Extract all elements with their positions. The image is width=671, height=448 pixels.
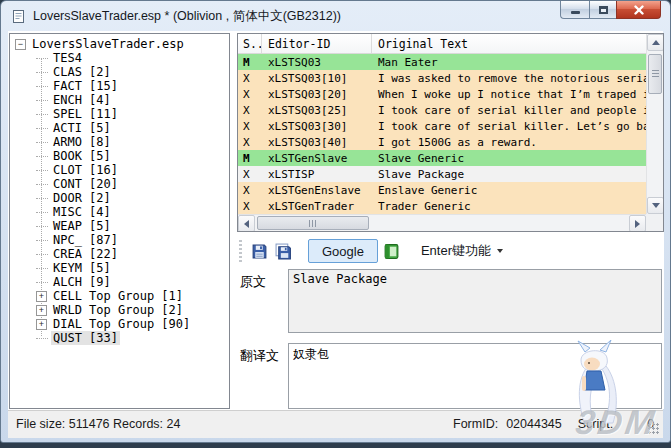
cell-status: X — [238, 104, 262, 117]
tree-item[interactable]: ENCH [4] — [10, 93, 229, 107]
record-tree[interactable]: −LoversSlaveTrader.espTES4CLAS [2]FACT [… — [9, 33, 230, 409]
record-grid[interactable]: S.. Editor-ID Original Text MxLSTSQ03Man… — [237, 33, 664, 232]
collapse-icon[interactable]: − — [15, 39, 26, 50]
resize-grip[interactable] — [648, 423, 660, 435]
grid-header[interactable]: S.. Editor-ID Original Text — [238, 34, 646, 54]
tree-item-label: WRLD Top Group [2] — [51, 303, 185, 317]
maximize-icon — [599, 6, 608, 14]
table-row[interactable]: XxLSTSQ03[40]I got 1500G as a reward. — [238, 134, 646, 150]
cell-original-text: When I woke up I notice that I’m traped … — [372, 88, 646, 101]
expand-icon[interactable]: + — [36, 305, 47, 316]
scrollbar-corner — [646, 214, 663, 231]
tree-item[interactable]: QUST [33] — [10, 331, 229, 345]
table-row[interactable]: XxLSTISPSlave Package — [238, 166, 646, 182]
arrow-up-icon — [652, 40, 660, 45]
tree-item[interactable]: ACTI [5] — [10, 121, 229, 135]
tree-item-label: WEAP [5] — [51, 219, 113, 233]
table-row[interactable]: XxLSTSQ03[25]I took care of serial kille… — [238, 102, 646, 118]
table-row[interactable]: XxLSTGenEnslaveEnslave Generic — [238, 182, 646, 198]
expand-icon[interactable]: + — [36, 291, 47, 302]
tree-item-label: ALCH [9] — [51, 275, 113, 289]
scroll-down-button[interactable] — [647, 197, 664, 214]
tree-item[interactable]: CONT [20] — [10, 177, 229, 191]
vertical-scroll-thumb[interactable] — [648, 54, 662, 94]
cell-editor-id: xLSTGenSlave — [262, 152, 372, 165]
cell-status: X — [238, 168, 262, 181]
scroll-left-button[interactable] — [238, 215, 255, 232]
tree-connector-icon — [36, 226, 48, 227]
tree-item[interactable]: ALCH [9] — [10, 275, 229, 289]
titlebar[interactable]: LoversSlaveTrader.esp * (Oblivion , 简体中文… — [1, 1, 670, 31]
target-text-field[interactable]: 奴隶包 — [288, 343, 662, 409]
column-header-original-text[interactable]: Original Text — [372, 34, 646, 53]
tree-item[interactable]: MISC [4] — [10, 205, 229, 219]
table-row[interactable]: XxLSTSQ03[30]I took care of serial kille… — [238, 118, 646, 134]
formid-status: FormID:02044345Script:0 — [453, 417, 654, 431]
tree-item[interactable]: +DIAL Top Group [90] — [10, 317, 229, 331]
table-row[interactable]: XxLSTSQ03[20]When I woke up I notice tha… — [238, 86, 646, 102]
vertical-scrollbar[interactable] — [646, 34, 663, 214]
tree-item[interactable]: CREA [22] — [10, 247, 229, 261]
tree-connector-icon — [36, 86, 48, 87]
cell-original-text: I took care of serial killer and people … — [372, 104, 646, 117]
tree-item-label: DOOR [2] — [51, 191, 113, 205]
tree-item[interactable]: ARMO [8] — [10, 135, 229, 149]
tree-item-label: BOOK [5] — [51, 149, 113, 163]
table-row[interactable]: XxLSTGenTraderTrader Generic — [238, 198, 646, 214]
expand-icon[interactable]: + — [36, 319, 47, 330]
enter-key-function-menu[interactable]: Enter键功能 — [415, 240, 509, 262]
table-row[interactable]: MxLSTGenSlaveSlave Generic — [238, 150, 646, 166]
tree-item-label: CLAS [2] — [51, 65, 113, 79]
tree-item-label: CONT [20] — [51, 177, 120, 191]
close-button[interactable] — [616, 1, 661, 19]
scroll-right-button[interactable] — [629, 215, 646, 232]
column-header-editor-id[interactable]: Editor-ID — [262, 34, 372, 53]
save-all-button[interactable] — [271, 239, 295, 263]
minimize-icon — [571, 11, 580, 14]
client-area: −LoversSlaveTrader.espTES4CLAS [2]FACT [… — [8, 31, 663, 410]
toolbar: Google Enter键功能 — [237, 236, 664, 266]
tree-item[interactable]: SPEL [11] — [10, 107, 229, 121]
horizontal-scroll-thumb[interactable] — [257, 216, 369, 230]
tree-item[interactable]: BOOK [5] — [10, 149, 229, 163]
google-translate-button[interactable]: Google — [308, 239, 378, 263]
arrow-right-icon — [635, 220, 640, 228]
tree-item[interactable]: +WRLD Top Group [2] — [10, 303, 229, 317]
tree-item[interactable]: NPC_ [87] — [10, 233, 229, 247]
cell-editor-id: xLSTGenTrader — [262, 200, 372, 213]
table-row[interactable]: XxLSTSQ03[10]I was asked to remove the n… — [238, 70, 646, 86]
cell-editor-id: xLSTSQ03[40] — [262, 136, 372, 149]
save-button[interactable] — [247, 239, 271, 263]
source-text-label: 原文 — [240, 273, 286, 291]
dictionary-button[interactable] — [380, 239, 404, 263]
maximize-button[interactable] — [589, 1, 616, 19]
column-header-status[interactable]: S.. — [238, 34, 262, 53]
tree-item[interactable]: DOOR [2] — [10, 191, 229, 205]
save-all-icon — [275, 243, 292, 260]
table-row[interactable]: MxLSTSQ03Man Eater — [238, 54, 646, 70]
tree-item[interactable]: +CELL Top Group [1] — [10, 289, 229, 303]
tree-item-label: DIAL Top Group [90] — [51, 317, 192, 331]
cell-status: M — [238, 152, 262, 165]
app-window: LoversSlaveTrader.esp * (Oblivion , 简体中文… — [0, 0, 671, 443]
tree-item[interactable]: WEAP [5] — [10, 219, 229, 233]
tree-item[interactable]: TES4 — [10, 51, 229, 65]
toolbar-grip[interactable] — [239, 240, 242, 262]
tree-item[interactable]: FACT [15] — [10, 79, 229, 93]
formid-value: 02044345 — [506, 417, 562, 431]
scroll-up-button[interactable] — [647, 34, 664, 51]
tree-item[interactable]: KEYM [5] — [10, 261, 229, 275]
cell-original-text: I took care of serial killer. Let’s go b… — [372, 120, 646, 133]
file-size-records-status: File size: 511476 Records: 24 — [16, 417, 180, 431]
tree-item[interactable]: −LoversSlaveTrader.esp — [10, 37, 229, 51]
horizontal-scrollbar[interactable] — [238, 214, 646, 231]
tree-connector-icon — [36, 142, 48, 143]
chevron-down-icon — [497, 249, 503, 253]
window-title: LoversSlaveTrader.esp * (Oblivion , 简体中文… — [33, 8, 341, 25]
tree-item[interactable]: CLAS [2] — [10, 65, 229, 79]
tree-item-label: ENCH [4] — [51, 93, 113, 107]
cell-editor-id: xLSTSQ03 — [262, 56, 372, 69]
minimize-button[interactable] — [560, 1, 589, 19]
tree-item[interactable]: CLOT [16] — [10, 163, 229, 177]
source-text-field[interactable]: Slave Package — [288, 269, 662, 333]
